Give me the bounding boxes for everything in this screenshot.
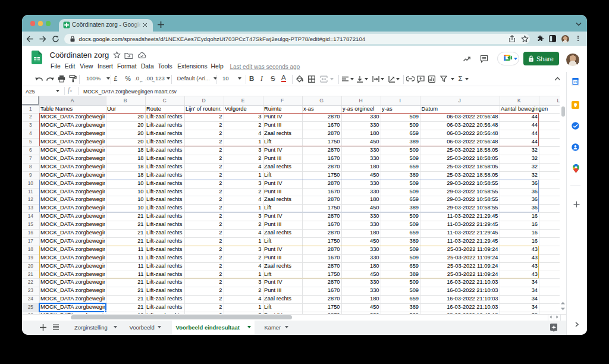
svg-text:31: 31 (573, 80, 577, 83)
